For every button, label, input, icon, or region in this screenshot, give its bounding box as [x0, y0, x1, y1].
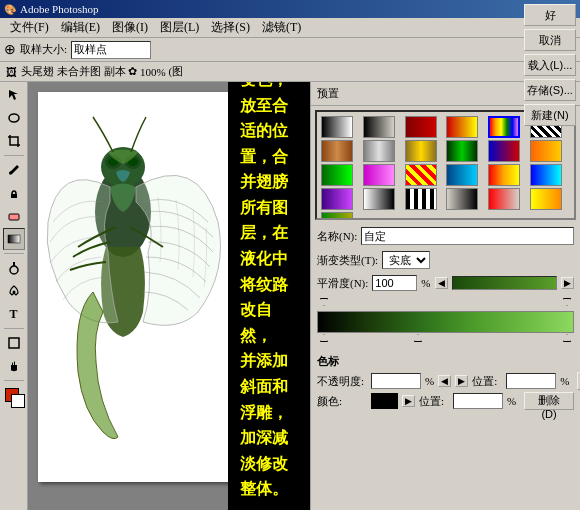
canvas-area: 3LIAN.COM 新建图层，做路径选区，填充绿渐 变色，放至合适的位置，合并翅…	[28, 82, 310, 510]
menu-image[interactable]: 图像(I)	[106, 18, 154, 37]
preset-gold[interactable]	[405, 140, 437, 162]
name-row: 名称(N):	[311, 224, 580, 248]
doc-tab: 🖼 头尾翅 未合并图 副本 ✿ 100% (图	[0, 62, 580, 82]
opacity-unit: %	[425, 375, 434, 387]
preset-green[interactable]	[446, 140, 478, 162]
preset-green-gold[interactable]	[321, 212, 353, 220]
opacity-pos-input[interactable]	[506, 373, 556, 389]
preset-rainbow[interactable]	[488, 116, 520, 138]
preset-black-red[interactable]	[405, 116, 437, 138]
tool-selection[interactable]	[3, 84, 25, 106]
cicada-image	[38, 92, 238, 482]
preset-red2[interactable]	[488, 188, 520, 210]
preset-silver[interactable]	[363, 140, 395, 162]
color-stops-section: 色标 不透明度: % ◀ ▶ 位置: % 删除(D)	[317, 354, 574, 412]
opacity-stop-row: 不透明度: % ◀ ▶ 位置: % 删除(D)	[317, 372, 574, 390]
name-input[interactable]	[361, 227, 574, 245]
gradient-type-label: 渐变类型(T):	[317, 253, 378, 268]
preset-yellow2[interactable]	[530, 188, 562, 210]
menu-file[interactable]: 文件(F)	[4, 18, 55, 37]
stops-header: 色标	[317, 354, 574, 369]
workspace: T	[0, 82, 580, 510]
smoothness-input[interactable]	[372, 275, 417, 291]
tool-text[interactable]: T	[3, 303, 25, 325]
gradient-type-row: 渐变类型(T): 实底 杂色	[311, 248, 580, 272]
menu-layer[interactable]: 图层(L)	[154, 18, 205, 37]
tool-shape[interactable]	[3, 332, 25, 354]
app-title: Adobe Photoshop	[20, 3, 99, 15]
preset-purple[interactable]	[321, 188, 353, 210]
tool-pen[interactable]	[3, 280, 25, 302]
menu-select[interactable]: 选择(S)	[205, 18, 256, 37]
smoothness-row: 平滑度(N): % ◀ ▶	[311, 272, 580, 294]
tool-eraser[interactable]	[3, 205, 25, 227]
smoothness-arrow-right[interactable]: ▶	[561, 277, 574, 289]
gradient-bar[interactable]	[317, 311, 574, 333]
preset-orange[interactable]	[530, 140, 562, 162]
watermark: 3LIAN.COM	[40, 470, 86, 480]
options-sample-input[interactable]	[71, 41, 151, 59]
tool-lasso[interactable]	[3, 107, 25, 129]
new-button[interactable]: 新建(N)	[524, 104, 576, 126]
cancel-button[interactable]: 取消	[524, 29, 576, 51]
smoothness-unit: %	[421, 277, 430, 289]
doc-copy: 副本	[104, 64, 126, 79]
color-fg-bg[interactable]	[3, 386, 25, 408]
tool-gradient[interactable]	[3, 228, 25, 250]
color-pos-input[interactable]	[453, 393, 503, 409]
preset-bw2[interactable]	[363, 188, 395, 210]
svg-point-0	[9, 114, 19, 122]
ok-button[interactable]: 好	[524, 4, 576, 26]
preset-blue-red[interactable]	[488, 140, 520, 162]
text-line4: 并添加斜面和浮雕，加深减淡修改整体。	[240, 348, 298, 502]
color-swatch[interactable]	[371, 393, 398, 409]
tool-brush[interactable]	[3, 159, 25, 181]
menu-bar: 文件(F) 编辑(E) 图像(I) 图层(L) 选择(S) 滤镜(T)	[0, 18, 580, 38]
load-button[interactable]: 载入(L)...	[524, 54, 576, 76]
opacity-percent: %	[560, 375, 569, 387]
opacity-arrow-r[interactable]: ▶	[455, 375, 468, 387]
preset-black-white[interactable]	[321, 116, 353, 138]
color-delete-btn[interactable]: 删除(D)	[524, 392, 574, 410]
opacity-arrow-l[interactable]: ◀	[438, 375, 451, 387]
preset-trans[interactable]	[446, 188, 478, 210]
doc-icon: 🖼	[6, 66, 17, 78]
panel-title: 预置	[317, 86, 339, 101]
tool-crop[interactable]	[3, 130, 25, 152]
text-line3: 所有图层，在液化中将纹路改自然，	[240, 195, 298, 349]
canvas-document: 3LIAN.COM	[38, 92, 238, 482]
doc-state: 未合并图	[57, 64, 101, 79]
svg-rect-2	[9, 214, 19, 220]
svg-rect-1	[11, 194, 17, 198]
gradient-type-select[interactable]: 实底 杂色	[382, 251, 430, 269]
preset-cyan[interactable]	[446, 164, 478, 186]
preset-copper[interactable]	[321, 140, 353, 162]
opacity-pos-label: 位置:	[472, 374, 502, 389]
svg-point-4	[10, 266, 18, 274]
preset-diag[interactable]	[405, 164, 437, 186]
tool-icon-1: ⊕	[4, 41, 16, 58]
menu-edit[interactable]: 编辑(E)	[55, 18, 106, 37]
smoothness-label: 平滑度(N):	[317, 276, 368, 291]
options-sample-label: 取样大小:	[20, 42, 67, 57]
color-arrow-r[interactable]: ▶	[402, 395, 415, 407]
preset-stripe2[interactable]	[405, 188, 437, 210]
preset-red-trans[interactable]	[363, 116, 395, 138]
preset-green2[interactable]	[321, 164, 353, 186]
tool-hand[interactable]	[3, 355, 25, 377]
save-button[interactable]: 存储(S)...	[524, 79, 576, 101]
bottom-text-overlay: 新建图层，做路径选区，填充绿渐 变色，放至合适的位置，合并翅膀 所有图层，在液化…	[228, 82, 310, 510]
preset-warm[interactable]	[488, 164, 520, 186]
color-percent: %	[507, 395, 516, 407]
preset-cool[interactable]	[530, 164, 562, 186]
svg-point-6	[12, 291, 15, 294]
name-label: 名称(N):	[317, 229, 357, 244]
opacity-input[interactable]	[371, 373, 421, 389]
tool-dodge[interactable]	[3, 257, 25, 279]
menu-filter[interactable]: 滤镜(T)	[256, 18, 307, 37]
preset-pink[interactable]	[363, 164, 395, 186]
smoothness-arrow-left[interactable]: ◀	[435, 277, 448, 289]
tool-stamp[interactable]	[3, 182, 25, 204]
preset-red-yellow[interactable]	[446, 116, 478, 138]
title-bar: 🎨 Adobe Photoshop	[0, 0, 580, 18]
